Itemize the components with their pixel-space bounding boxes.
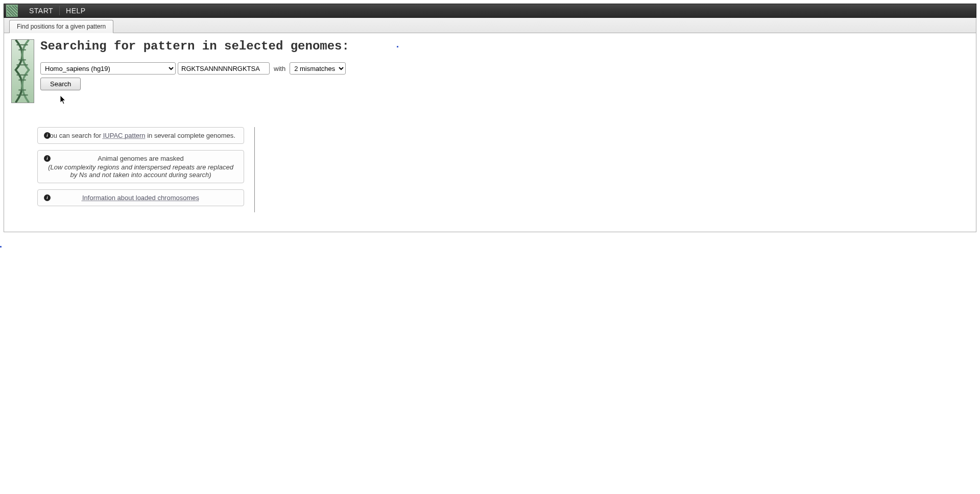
info-text-post: in several complete genomes. — [146, 132, 235, 139]
info-icon: i — [44, 194, 51, 201]
search-form-row: Homo_sapiens (hg19) with 2 mismatches — [40, 62, 969, 75]
genome-select[interactable]: Homo_sapiens (hg19) — [40, 62, 176, 75]
app-logo-icon — [6, 5, 18, 17]
vertical-divider — [254, 127, 255, 212]
tab-bar: Find positions for a given pattern — [4, 18, 976, 33]
chromosomes-info-link[interactable]: Information about loaded chromosomes — [82, 194, 199, 202]
info-section: i You can search for IUPAC pattern in se… — [37, 127, 976, 212]
info-masked-note: (Low complexity regions and interspersed… — [44, 163, 237, 179]
page-title: Searching for pattern in selected genome… — [40, 39, 969, 53]
mismatch-select[interactable]: 2 mismatches — [290, 62, 346, 75]
menu-start[interactable]: START — [23, 4, 59, 17]
info-box-chromosomes: i Information about loaded chromosomes — [37, 189, 244, 206]
info-text-pre: You can search for — [46, 132, 103, 139]
menu-help[interactable]: HELP — [60, 4, 92, 17]
dna-helix-icon — [11, 39, 34, 103]
marker-dot — [397, 46, 398, 47]
pattern-input[interactable] — [178, 62, 270, 75]
tab-find-positions[interactable]: Find positions for a given pattern — [9, 20, 113, 33]
search-panel: Searching for pattern in selected genome… — [40, 39, 969, 103]
main-content: Searching for pattern in selected genome… — [4, 33, 976, 109]
info-masked-title: Animal genomes are masked — [98, 155, 183, 162]
info-column: i You can search for IUPAC pattern in se… — [37, 127, 252, 212]
content-frame: Find positions for a given pattern — [4, 18, 976, 232]
info-box-iupac: i You can search for IUPAC pattern in se… — [37, 127, 244, 144]
iupac-pattern-link[interactable]: IUPAC pattern — [103, 132, 146, 139]
menubar: START HELP — [4, 4, 976, 18]
info-icon: i — [44, 132, 51, 139]
info-box-masked: i Animal genomes are masked (Low complex… — [37, 150, 244, 183]
info-icon: i — [44, 155, 51, 162]
search-button[interactable]: Search — [40, 78, 81, 90]
with-label: with — [274, 65, 285, 72]
